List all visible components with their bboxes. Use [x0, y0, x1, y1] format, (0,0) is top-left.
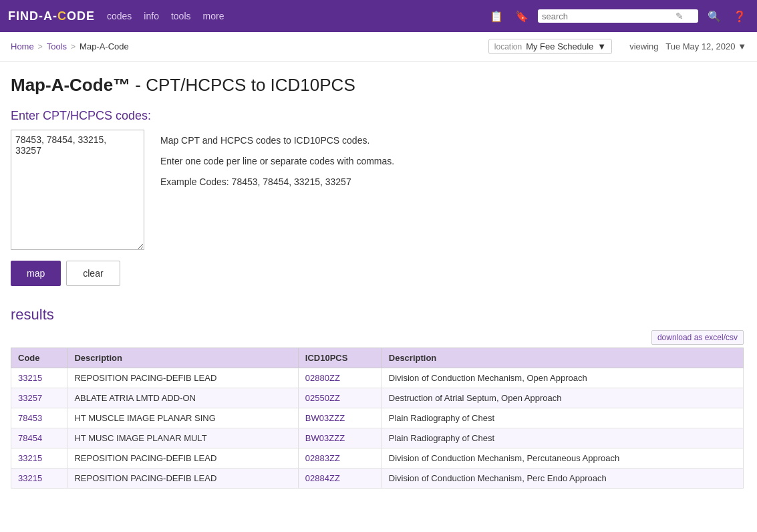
- cell-description: REPOSITION PACING-DEFIB LEAD: [67, 368, 298, 388]
- instructions: Map CPT and HCPCS codes to ICD10PCS code…: [160, 130, 394, 195]
- search-icon: ✎: [675, 11, 684, 21]
- breadcrumb-home[interactable]: Home: [11, 41, 34, 51]
- results-table: Code Description ICD10PCS Description 33…: [11, 348, 744, 489]
- download-link-row: download as excel/csv: [11, 330, 744, 345]
- location-select[interactable]: location My Fee Schedule ▼: [488, 39, 612, 54]
- cell-icd10pcs: BW03ZZZ: [298, 408, 382, 428]
- cell-description: REPOSITION PACING-DEFIB LEAD: [67, 448, 298, 469]
- download-excel-link[interactable]: download as excel/csv: [651, 330, 744, 345]
- input-area-row: 78453, 78454, 33215, 33257 Map CPT and H…: [11, 130, 744, 250]
- cell-description: HT MUSCLE IMAGE PLANAR SING: [67, 408, 298, 428]
- cpt-codes-input[interactable]: 78453, 78454, 33215, 33257: [11, 130, 144, 250]
- cell-icd-description: Plain Radiography of Chest: [382, 408, 743, 428]
- icd-link[interactable]: BW03ZZZ: [305, 413, 345, 423]
- instruction-line-1: Map CPT and HCPCS codes to ICD10PCS code…: [160, 132, 394, 149]
- navbar: FIND‑A‑CODE codes info tools more 📋 🔖 ✎ …: [0, 0, 757, 32]
- map-button[interactable]: map: [11, 261, 61, 286]
- icd-link[interactable]: 02883ZZ: [305, 453, 340, 463]
- code-link[interactable]: 78454: [18, 433, 42, 443]
- breadcrumb-sep-1: >: [38, 42, 43, 51]
- viewing-label: viewing: [629, 41, 658, 51]
- col-code: Code: [11, 348, 67, 368]
- page-title-sub: - CPT/HCPCS to ICD10PCS: [130, 75, 355, 95]
- cell-code: 78453: [11, 408, 67, 428]
- cell-icd-description: Division of Conduction Mechanism, Percut…: [382, 448, 743, 469]
- table-header-row: Code Description ICD10PCS Description: [11, 348, 744, 368]
- clear-button[interactable]: clear: [66, 261, 120, 286]
- instruction-line-2: Enter one code per line or separate code…: [160, 153, 394, 170]
- bookmark-icon[interactable]: 🔖: [512, 7, 531, 25]
- nav-tools[interactable]: tools: [171, 11, 191, 21]
- code-link[interactable]: 33257: [18, 393, 42, 403]
- nav-codes[interactable]: codes: [107, 11, 132, 21]
- location-label: location: [494, 42, 522, 51]
- breadcrumb-sep-2: >: [71, 42, 75, 51]
- chevron-down-icon: ▼: [597, 41, 606, 51]
- cell-description: REPOSITION PACING-DEFIB LEAD: [67, 469, 298, 489]
- code-link[interactable]: 33215: [18, 373, 42, 383]
- table-header: Code Description ICD10PCS Description: [11, 348, 744, 368]
- button-row: map clear: [11, 261, 744, 286]
- nav-info[interactable]: info: [144, 11, 159, 21]
- navbar-icons: 📋 🔖 ✎ 🔍 ❓: [487, 7, 749, 25]
- location-value: My Fee Schedule: [526, 41, 593, 51]
- cell-code: 33215: [11, 448, 67, 469]
- cell-icd-description: Destruction of Atrial Septum, Open Appro…: [382, 388, 743, 408]
- code-link[interactable]: 33215: [18, 453, 42, 463]
- logo: FIND‑A‑CODE: [8, 9, 95, 23]
- cell-icd10pcs: 02550ZZ: [298, 388, 382, 408]
- search-button[interactable]: 🔍: [705, 7, 724, 25]
- cell-icd-description: Division of Conduction Mechanism, Perc E…: [382, 469, 743, 489]
- page-title: Map-A-Code™ - CPT/HCPCS to ICD10PCS: [11, 75, 744, 96]
- table-row: 33215 REPOSITION PACING-DEFIB LEAD 02884…: [11, 469, 744, 489]
- cell-icd-description: Division of Conduction Mechanism, Open A…: [382, 368, 743, 388]
- chevron-down-icon-2: ▼: [738, 41, 746, 51]
- cell-icd10pcs: 02883ZZ: [298, 448, 382, 469]
- cell-code: 33215: [11, 368, 67, 388]
- table-row: 33215 REPOSITION PACING-DEFIB LEAD 02880…: [11, 368, 744, 388]
- icd-link[interactable]: 02550ZZ: [305, 393, 340, 403]
- instruction-line-3: Example Codes: 78453, 78454, 33215, 3325…: [160, 174, 394, 190]
- cell-description: HT MUSC IMAGE PLANAR MULT: [67, 428, 298, 448]
- table-row: 78453 HT MUSCLE IMAGE PLANAR SING BW03ZZ…: [11, 408, 744, 428]
- main-content: Map-A-Code™ - CPT/HCPCS to ICD10PCS Ente…: [0, 61, 757, 502]
- section-label: Enter CPT/HCPCS codes:: [11, 109, 744, 123]
- icd-link[interactable]: 02884ZZ: [305, 473, 340, 483]
- search-input[interactable]: [542, 11, 675, 21]
- col-description: Description: [67, 348, 298, 368]
- col-icd10pcs: ICD10PCS: [298, 348, 382, 368]
- cell-description: ABLATE ATRIA LMTD ADD-ON: [67, 388, 298, 408]
- search-bar: ✎: [538, 9, 698, 23]
- cell-code: 33215: [11, 469, 67, 489]
- table-row: 33257 ABLATE ATRIA LMTD ADD-ON 02550ZZ D…: [11, 388, 744, 408]
- clipboard-icon[interactable]: 📋: [487, 7, 506, 25]
- nav-more[interactable]: more: [203, 11, 224, 21]
- cell-code: 78454: [11, 428, 67, 448]
- cell-code: 33257: [11, 388, 67, 408]
- viewing-date: Tue May 12, 2020: [665, 41, 735, 51]
- breadcrumb-bar: Home > Tools > Map-A-Code location My Fe…: [0, 32, 757, 61]
- col-icd-description: Description: [382, 348, 743, 368]
- icd-link[interactable]: 02880ZZ: [305, 373, 340, 383]
- help-icon[interactable]: ❓: [730, 7, 749, 25]
- viewing-info: viewing Tue May 12, 2020 ▼: [629, 41, 746, 51]
- cell-icd-description: Plain Radiography of Chest: [382, 428, 743, 448]
- breadcrumb-current: Map-A-Code: [80, 41, 129, 51]
- icd-link[interactable]: BW03ZZZ: [305, 433, 345, 443]
- results-title: results: [11, 306, 744, 323]
- page-title-main: Map-A-Code™: [11, 75, 130, 95]
- code-link[interactable]: 78453: [18, 413, 42, 423]
- cell-icd10pcs: 02880ZZ: [298, 368, 382, 388]
- cell-icd10pcs: 02884ZZ: [298, 469, 382, 489]
- table-row: 33215 REPOSITION PACING-DEFIB LEAD 02883…: [11, 448, 744, 469]
- code-link[interactable]: 33215: [18, 473, 42, 483]
- table-row: 78454 HT MUSC IMAGE PLANAR MULT BW03ZZZ …: [11, 428, 744, 448]
- cell-icd10pcs: BW03ZZZ: [298, 428, 382, 448]
- table-body: 33215 REPOSITION PACING-DEFIB LEAD 02880…: [11, 368, 744, 489]
- breadcrumb-tools[interactable]: Tools: [47, 41, 67, 51]
